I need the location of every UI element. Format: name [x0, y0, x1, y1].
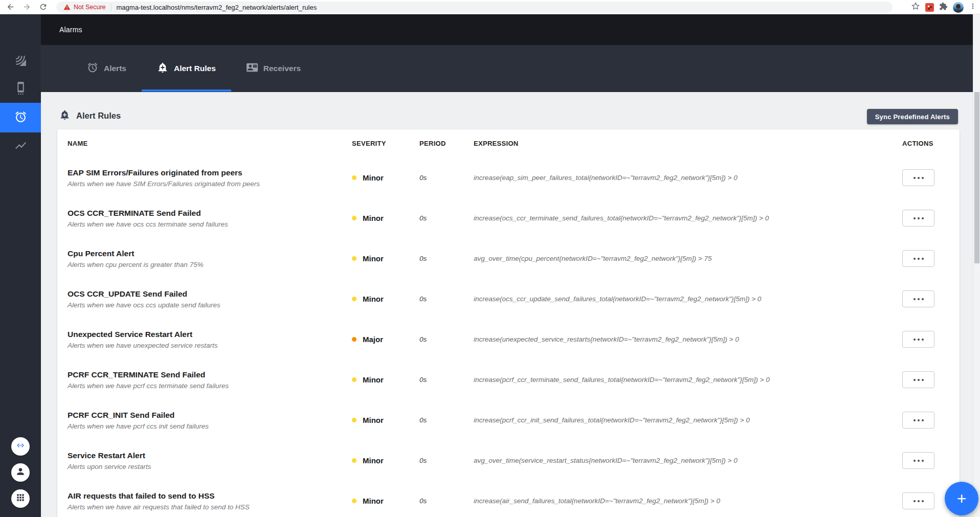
alarm-clock-icon	[87, 62, 98, 75]
address-bar[interactable]: Not Secure magma-test.localhost/nms/terr…	[56, 2, 893, 13]
add-alert-rule-fab[interactable]: +	[945, 482, 978, 515]
scrollbar-thumb[interactable]	[974, 92, 979, 263]
severity-dot-icon	[352, 418, 357, 422]
column-header-name: NAME	[68, 140, 352, 147]
sync-predefined-alerts-button[interactable]: Sync Predefined Alerts	[867, 109, 958, 124]
sidebar-item-network[interactable]	[0, 48, 41, 75]
expression-value: increase(air_send_failures_total{network…	[474, 497, 878, 505]
severity-label: Minor	[363, 254, 384, 263]
api-docs-button[interactable]	[11, 437, 30, 456]
url-text[interactable]: magma-test.localhost/nms/terravm2_feg2_n…	[117, 4, 317, 11]
more-actions-button[interactable]	[902, 492, 934, 509]
severity-label: Minor	[363, 456, 384, 465]
expression-value: increase(ocs_ccr_terminate_send_failures…	[474, 214, 878, 222]
sidebar-item-equipment[interactable]	[0, 75, 41, 103]
more-actions-button[interactable]	[902, 210, 934, 227]
tab-alert-rules[interactable]: Alert Rules	[142, 45, 231, 92]
period-value: 0s	[419, 457, 474, 464]
sidebar-item-metrics[interactable]	[0, 132, 41, 160]
rule-description: Alerts when we have SIM Errors/Failures …	[68, 180, 352, 188]
settings-cell-icon	[14, 82, 27, 97]
section-header: Alert Rules	[59, 105, 121, 126]
bookmark-star-icon[interactable]	[911, 2, 920, 13]
alert-rules-table: NAME SEVERITY PERIOD EXPRESSION ACTIONS …	[57, 129, 960, 517]
severity-dot-icon	[352, 377, 357, 382]
more-actions-button[interactable]	[902, 250, 934, 267]
not-secure-warning-icon	[63, 4, 71, 11]
period-value: 0s	[419, 174, 474, 182]
rule-description: Alerts when we have air requests that fa…	[68, 503, 352, 511]
app-window: Alarms Alerts Alert Rules Receivers	[0, 14, 980, 517]
more-actions-button[interactable]	[902, 412, 934, 429]
cell-wifi-icon	[14, 54, 27, 69]
account-button[interactable]	[11, 463, 30, 482]
severity-dot-icon	[352, 216, 357, 220]
page-scrollbar[interactable]	[973, 14, 980, 517]
period-value: 0s	[419, 214, 474, 222]
expression-value: increase(ocs_ccr_update_send_failures_to…	[474, 295, 878, 303]
not-secure-label[interactable]: Not Secure	[74, 4, 106, 11]
section-title: Alert Rules	[76, 111, 121, 121]
severity-label: Minor	[363, 173, 384, 182]
contact-card-icon	[247, 62, 258, 75]
severity-label: Minor	[363, 416, 384, 424]
expression-value: increase(unexpected_service_restarts{net…	[474, 335, 878, 343]
more-actions-button[interactable]	[902, 169, 934, 186]
column-header-actions: ACTIONS	[878, 140, 949, 147]
column-header-severity: SEVERITY	[352, 140, 419, 147]
period-value: 0s	[419, 295, 474, 303]
browser-profile-avatar[interactable]	[953, 2, 964, 13]
apps-grid-button[interactable]	[11, 489, 30, 508]
table-row: Cpu Percent Alert Alerts when cpu percen…	[68, 238, 949, 279]
sidebar	[0, 14, 41, 517]
table-row: AIR requests that failed to send to HSS …	[68, 481, 949, 517]
rule-description: Alerts when cpu percent is greater than …	[68, 261, 352, 268]
reload-icon[interactable]	[37, 1, 49, 13]
rule-name: Service Restart Alert	[68, 451, 352, 460]
browser-menu-kebab-icon[interactable]	[969, 2, 977, 12]
expression-value: avg_over_time(service_restart_status{net…	[474, 457, 878, 464]
red-extension-icon[interactable]	[925, 3, 934, 12]
rule-description: Alerts when we have ocs ccs terminate se…	[68, 220, 352, 228]
expression-value: increase(eap_sim_peer_failures_total{net…	[474, 174, 878, 182]
table-row: Unexpected Service Restart Alert Alerts …	[68, 319, 949, 359]
more-actions-button[interactable]	[902, 331, 934, 348]
rule-name: OCS CCR_TERMINATE Send Failed	[68, 209, 352, 218]
table-row: PCRF CCR_INIT Send Failed Alerts when we…	[68, 400, 949, 440]
more-actions-button[interactable]	[902, 290, 934, 307]
tab-alert-rules-label: Alert Rules	[174, 64, 216, 73]
period-value: 0s	[419, 497, 474, 505]
alarm-clock-icon	[14, 110, 27, 125]
add-alert-bell-icon	[157, 62, 168, 75]
period-value: 0s	[419, 255, 474, 262]
rule-name: Cpu Percent Alert	[68, 249, 352, 258]
severity-label: Minor	[363, 375, 384, 384]
severity-dot-icon	[352, 499, 357, 503]
code-brackets-icon	[15, 440, 26, 453]
tab-bar: Alerts Alert Rules Receivers	[41, 45, 980, 92]
period-value: 0s	[419, 376, 474, 384]
page-title: Alarms	[59, 26, 82, 34]
rule-name: Unexpected Service Restart Alert	[68, 330, 352, 339]
tab-alerts[interactable]: Alerts	[72, 45, 142, 92]
browser-toolbar: Not Secure magma-test.localhost/nms/terr…	[0, 0, 980, 14]
rule-description: Alerts when we have pcrf ccs terminate s…	[68, 382, 352, 390]
tab-receivers[interactable]: Receivers	[231, 45, 316, 92]
rule-name: PCRF CCR_TERMINATE Send Failed	[68, 370, 352, 379]
more-actions-button[interactable]	[902, 452, 934, 469]
forward-icon[interactable]	[20, 1, 33, 13]
severity-dot-icon	[352, 458, 357, 463]
severity-label: Minor	[363, 295, 384, 303]
back-icon[interactable]	[4, 1, 16, 13]
table-row: Service Restart Alert Alerts upon servic…	[68, 440, 949, 481]
more-actions-button[interactable]	[902, 371, 934, 388]
expression-value: increase(pcrf_ccr_init_send_failures_tot…	[474, 416, 878, 424]
app-bar: Alarms	[41, 14, 980, 45]
sidebar-item-alarms[interactable]	[0, 103, 41, 132]
period-value: 0s	[419, 335, 474, 343]
table-row: OCS CCR_UPDATE Send Failed Alerts when w…	[68, 279, 949, 319]
extensions-puzzle-icon[interactable]	[939, 2, 948, 13]
tab-alerts-label: Alerts	[104, 64, 126, 73]
severity-label: Major	[363, 335, 383, 344]
table-row: PCRF CCR_TERMINATE Send Failed Alerts wh…	[68, 359, 949, 400]
